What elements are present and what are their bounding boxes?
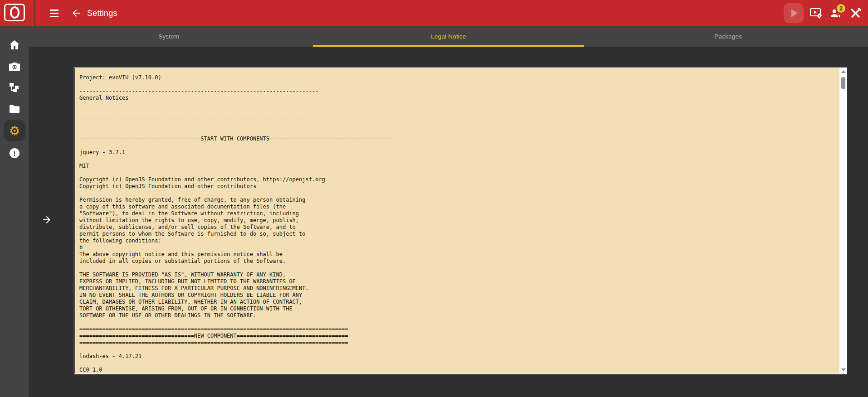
menu-button[interactable] <box>48 7 60 19</box>
app-logo <box>0 0 35 26</box>
tab-packages-label: Packages <box>714 33 742 40</box>
alert-icon: ! <box>10 148 20 158</box>
scrollbar[interactable] <box>839 68 847 373</box>
tab-legal-notice-label: Legal Notice <box>431 33 466 40</box>
video-settings-icon <box>809 7 822 19</box>
back-arrow-icon <box>71 8 82 19</box>
scroll-thumb[interactable] <box>841 77 845 89</box>
tab-bar: System Legal Notice Packages <box>29 26 868 47</box>
play-icon <box>791 9 798 17</box>
sidebar-item-files[interactable] <box>0 101 29 116</box>
camera-icon <box>9 62 20 72</box>
sidebar-item-settings[interactable]: ⚙ <box>0 123 29 139</box>
home-icon <box>9 40 20 50</box>
scroll-down-button[interactable] <box>839 366 847 373</box>
service-tools-icon <box>849 7 862 19</box>
service-button[interactable] <box>848 3 863 23</box>
tab-legal-notice[interactable]: Legal Notice <box>309 26 589 47</box>
content-area: Project: evoVIU (v7.10.0) --------------… <box>29 47 868 397</box>
workflow-icon <box>9 82 20 93</box>
gear-icon: ⚙ <box>9 125 20 137</box>
sidebar-item-home[interactable] <box>0 37 29 53</box>
back-button[interactable] <box>69 6 83 20</box>
scroll-up-button[interactable] <box>839 68 847 75</box>
legal-notice-text: Project: evoVIU (v7.10.0) --------------… <box>75 68 847 373</box>
page-title: Settings <box>87 0 117 26</box>
sidebar-item-camera[interactable] <box>0 59 29 74</box>
tab-system[interactable]: System <box>29 26 309 47</box>
play-button[interactable] <box>784 3 804 23</box>
logo-icon <box>4 4 25 21</box>
scroll-down-icon <box>841 368 846 371</box>
drawer-expand-button[interactable] <box>40 213 54 227</box>
header-actions: 2 <box>784 0 863 26</box>
scroll-up-icon <box>841 70 846 73</box>
app-window: Settings <box>0 0 868 397</box>
header-bar: Settings <box>0 0 868 26</box>
arrow-right-icon <box>41 214 52 225</box>
tab-system-label: System <box>158 33 179 40</box>
folder-icon <box>9 105 20 113</box>
tab-packages[interactable]: Packages <box>588 26 868 47</box>
sidebar-item-workflow[interactable] <box>0 80 29 95</box>
sidebar: ⚙ ! <box>0 26 29 397</box>
notification-badge: 2 <box>837 4 845 13</box>
sidebar-item-alerts[interactable]: ! <box>0 145 29 161</box>
users-button[interactable]: 2 <box>828 3 844 23</box>
legal-notice-textarea[interactable]: Project: evoVIU (v7.10.0) --------------… <box>73 67 847 374</box>
menu-icon <box>50 10 59 11</box>
video-settings-button[interactable] <box>808 3 824 23</box>
